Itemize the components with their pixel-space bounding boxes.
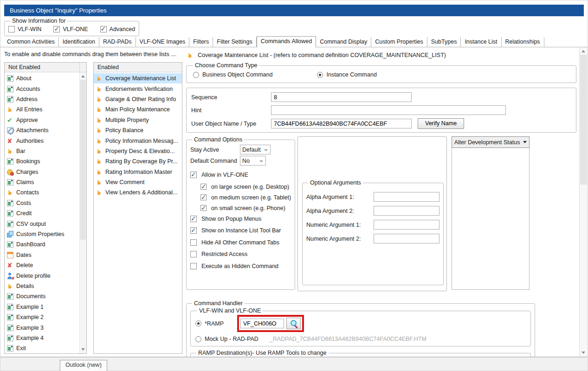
list-item[interactable]: Example 4 bbox=[5, 333, 79, 343]
option-checkbox-row[interactable]: Show on Popup Menus bbox=[190, 216, 291, 222]
checkbox-icon[interactable] bbox=[100, 26, 107, 32]
default-command-dropdown[interactable]: No bbox=[240, 156, 266, 166]
checkbox-icon[interactable] bbox=[190, 239, 197, 246]
ramp-radio-icon[interactable] bbox=[195, 320, 201, 326]
tab[interactable]: Custom Properties bbox=[371, 37, 427, 47]
option-checkbox-row[interactable]: Show on Instance List Tool Bar bbox=[190, 227, 291, 234]
scrollbar-thumb[interactable] bbox=[80, 80, 86, 240]
list-item[interactable]: Coverage Maintenance List bbox=[94, 73, 182, 83]
mockup-radio-row[interactable]: Mock Up - RAD-PAD bbox=[195, 336, 258, 342]
list-item[interactable]: Garage & Other Rating Info bbox=[94, 94, 182, 104]
not-enabled-scrollbar[interactable] bbox=[79, 72, 86, 353]
list-item[interactable]: Endorsements Verification bbox=[94, 83, 182, 94]
option-checkbox-row[interactable]: on large screen (e.g. Desktop) bbox=[190, 184, 291, 190]
list-item[interactable]: Approve bbox=[5, 115, 79, 125]
scroll-down-icon[interactable] bbox=[582, 352, 585, 354]
list-item[interactable]: Dates bbox=[5, 250, 79, 260]
tab[interactable]: Filter Settings bbox=[213, 37, 256, 47]
list-item[interactable]: View Comment bbox=[94, 177, 182, 187]
list-item[interactable]: All Entries bbox=[5, 104, 79, 115]
option-checkbox-row[interactable]: Execute as Hidden Command bbox=[190, 263, 291, 269]
tab[interactable]: Common Activities bbox=[3, 37, 59, 47]
user-object-input[interactable] bbox=[271, 119, 412, 128]
list-item[interactable]: Bar bbox=[5, 146, 79, 156]
checkbox-icon[interactable] bbox=[190, 172, 197, 178]
mockup-radio-icon[interactable] bbox=[195, 336, 201, 342]
list-item[interactable]: Custom Properties bbox=[5, 229, 79, 239]
tab[interactable]: SubTypes bbox=[427, 37, 461, 47]
alter-development-status-button[interactable]: Alter Development Status bbox=[452, 136, 530, 148]
tab[interactable]: Command Display bbox=[316, 37, 371, 47]
list-item[interactable]: Policy Information Messag... bbox=[94, 135, 182, 146]
checkbox-icon[interactable] bbox=[200, 205, 207, 211]
list-item[interactable]: Bookings bbox=[5, 156, 79, 166]
scroll-down-icon[interactable] bbox=[81, 348, 85, 351]
radio-icon[interactable] bbox=[317, 72, 323, 78]
show-info-checkbox-row[interactable]: VLF-WIN bbox=[8, 26, 41, 32]
checkbox-icon[interactable] bbox=[200, 194, 207, 200]
list-item[interactable]: Exit bbox=[5, 343, 79, 353]
list-item[interactable]: Example 3 bbox=[5, 322, 79, 333]
list-item[interactable]: Main Policy Maintenance bbox=[94, 104, 182, 115]
option-checkbox-row[interactable]: on small screen (e.g. Phone) bbox=[190, 205, 291, 211]
list-item[interactable]: Example 1 bbox=[5, 302, 79, 312]
list-item[interactable]: DashBoard bbox=[5, 239, 79, 249]
list-item[interactable]: Multiple Property bbox=[94, 115, 182, 125]
option-checkbox-row[interactable]: Allow in VLF-ONE bbox=[190, 172, 291, 178]
ramp-radio-row[interactable]: *RAMP bbox=[195, 320, 232, 327]
radio-row[interactable]: Business Object Command bbox=[193, 71, 272, 78]
list-item[interactable]: About bbox=[5, 73, 79, 83]
option-checkbox-row[interactable]: Hide All Other Command Tabs bbox=[190, 239, 291, 246]
scroll-up-icon[interactable] bbox=[81, 75, 85, 77]
list-item[interactable]: Contacts bbox=[5, 187, 79, 198]
tab[interactable]: Identification bbox=[59, 37, 99, 47]
list-item[interactable]: Property Desc & Elevatio... bbox=[94, 146, 182, 156]
stay-active-dropdown[interactable]: Default bbox=[240, 145, 271, 154]
scrollbar-thumb[interactable] bbox=[580, 55, 587, 185]
tab[interactable]: VLF-ONE Images bbox=[136, 37, 190, 47]
list-item[interactable]: Accounts bbox=[5, 83, 79, 94]
tab[interactable]: Commands Allowed bbox=[257, 36, 316, 47]
checkbox-icon[interactable] bbox=[200, 184, 207, 190]
list-item[interactable]: Delete profile bbox=[5, 270, 79, 281]
checkbox-icon[interactable] bbox=[53, 26, 60, 32]
option-checkbox-row[interactable]: on medium screen (e.g. Tablet) bbox=[190, 194, 291, 201]
scroll-up-icon[interactable] bbox=[582, 50, 585, 52]
list-item[interactable]: Charges bbox=[5, 167, 79, 177]
search-icon[interactable] bbox=[286, 318, 301, 329]
list-item[interactable]: Details bbox=[5, 281, 79, 291]
option-checkbox-row[interactable]: Restricted Access bbox=[190, 251, 291, 257]
checkbox-icon[interactable] bbox=[190, 227, 197, 234]
list-item[interactable]: Claims bbox=[5, 177, 79, 187]
list-item[interactable]: Delete bbox=[5, 260, 79, 270]
argument-input[interactable] bbox=[374, 206, 439, 216]
ramp-handler-input[interactable] bbox=[240, 319, 284, 328]
sequence-input[interactable] bbox=[271, 92, 412, 102]
radio-row[interactable]: Instance Command bbox=[317, 71, 376, 78]
show-info-checkbox-row[interactable]: Advanced bbox=[100, 26, 136, 32]
list-item[interactable]: Authorities bbox=[5, 135, 79, 146]
main-scrollbar[interactable] bbox=[579, 47, 588, 357]
radio-icon[interactable] bbox=[193, 72, 199, 78]
hint-input[interactable] bbox=[271, 105, 506, 115]
list-item[interactable]: CSV output bbox=[5, 218, 79, 229]
checkbox-icon[interactable] bbox=[8, 26, 15, 32]
list-item[interactable]: Attachments bbox=[5, 125, 79, 135]
list-item[interactable]: View Lenders & Additional... bbox=[94, 187, 182, 198]
list-item[interactable]: Credit bbox=[5, 208, 79, 218]
list-item[interactable]: Address bbox=[5, 94, 79, 104]
argument-input[interactable] bbox=[374, 220, 439, 230]
checkbox-icon[interactable] bbox=[190, 216, 197, 222]
list-item[interactable]: Rating By Coverage By Pr... bbox=[94, 156, 182, 166]
show-info-checkbox-row[interactable]: VLF-ONE bbox=[53, 26, 88, 32]
checkbox-icon[interactable] bbox=[190, 263, 197, 269]
tab[interactable]: Instance List bbox=[461, 37, 501, 47]
development-status-listbox[interactable] bbox=[452, 148, 530, 290]
argument-input[interactable] bbox=[374, 192, 439, 202]
argument-input[interactable] bbox=[374, 234, 439, 243]
verify-name-button[interactable]: Verify Name bbox=[418, 118, 464, 129]
list-item[interactable]: Example 2 bbox=[5, 312, 79, 322]
tab[interactable]: Filters bbox=[189, 37, 213, 47]
checkbox-icon[interactable] bbox=[190, 251, 197, 257]
list-item[interactable]: Costs bbox=[5, 198, 79, 208]
